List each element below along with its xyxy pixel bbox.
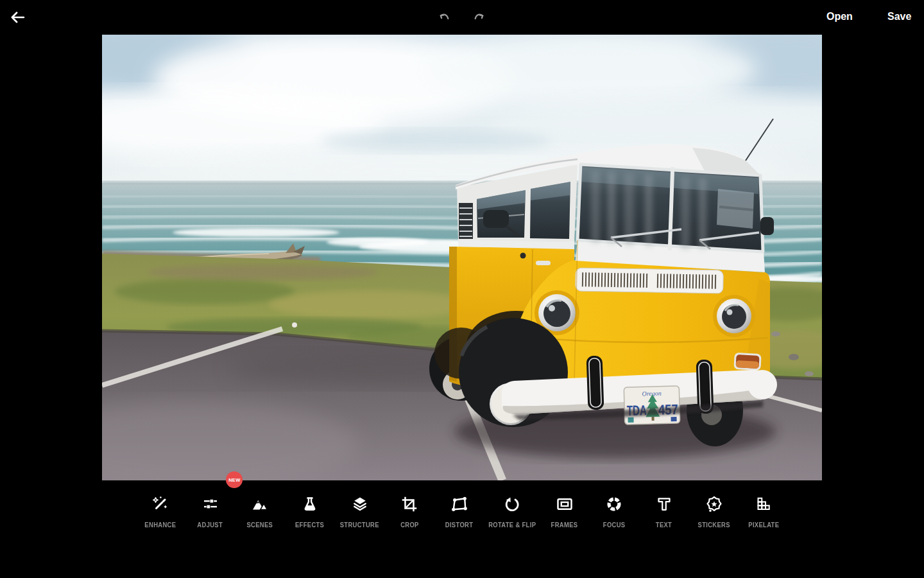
crop-icon (400, 495, 419, 514)
photo-editor-app: Open Save (0, 0, 924, 578)
side-mirror-right (760, 217, 774, 235)
tool-frames[interactable]: FRAMES (540, 480, 590, 529)
tool-label: ENHANCE (144, 521, 176, 529)
beach-bus-photo: Oregon TDA 457 (102, 35, 822, 480)
front-grille (576, 268, 724, 293)
back-arrow-icon[interactable] (8, 8, 26, 26)
tool-pixelate[interactable]: PIXELATE (739, 480, 789, 529)
tool-distort[interactable]: DISTORT (434, 480, 484, 529)
layers-icon (350, 495, 370, 514)
redo-icon[interactable] (471, 10, 488, 26)
tool-focus[interactable]: FOCUS (589, 480, 639, 529)
save-button[interactable]: Save (887, 11, 911, 22)
tool-structure[interactable]: STRUCTURE (335, 480, 385, 529)
magic-wand-icon (151, 495, 170, 514)
open-button[interactable]: Open (826, 11, 853, 22)
tool-adjust[interactable]: NEW ADJUST (185, 480, 235, 529)
tool-label: SCENES (247, 521, 273, 529)
photo-canvas: Oregon TDA 457 (102, 35, 822, 480)
tool-enhance[interactable]: ENHANCE (135, 480, 185, 529)
mountains-icon (250, 495, 270, 514)
undo-icon[interactable] (436, 10, 452, 26)
turn-signal-right (733, 353, 761, 371)
tool-label: CROP (400, 521, 419, 529)
rotate-arrow-icon (502, 495, 522, 514)
android-nav-bar (0, 546, 924, 578)
tool-label: STRUCTURE (340, 521, 379, 529)
tool-scenes[interactable]: SCENES (235, 480, 285, 529)
editing-toolbar: ENHANCE NEW ADJUST SCENES (102, 480, 822, 546)
tool-text[interactable]: TEXT (639, 480, 689, 529)
tool-label: STICKERS (697, 521, 730, 529)
sliders-icon (201, 495, 220, 514)
distort-quad-icon (450, 495, 469, 514)
aperture-icon (604, 495, 624, 514)
license-plate: Oregon TDA 457 (624, 386, 680, 425)
tool-label: PIXELATE (748, 521, 779, 529)
tool-label: FRAMES (551, 521, 578, 529)
headlight-right (713, 295, 755, 337)
letter-t-icon (654, 495, 674, 514)
pixel-grid-icon (754, 495, 773, 514)
bumper-guard-left (586, 356, 604, 410)
frame-icon (555, 495, 574, 514)
tool-rotate-flip[interactable]: ROTATE & FLIP (484, 480, 540, 529)
tool-label: ADJUST (198, 521, 223, 529)
tool-crop[interactable]: CROP (384, 480, 434, 529)
tool-label: EFFECTS (295, 521, 324, 529)
tool-stickers[interactable]: STICKERS (689, 480, 739, 529)
flask-icon (300, 495, 320, 514)
badge-star-icon (705, 495, 724, 514)
tool-label: DISTORT (445, 521, 474, 529)
tool-label: FOCUS (603, 521, 626, 529)
door-handle (536, 261, 551, 265)
tool-effects[interactable]: EFFECTS (285, 480, 335, 529)
windshield (578, 164, 763, 252)
tool-label: ROTATE & FLIP (488, 521, 536, 529)
top-bar: Open Save (0, 0, 924, 35)
tool-label: TEXT (656, 521, 672, 529)
